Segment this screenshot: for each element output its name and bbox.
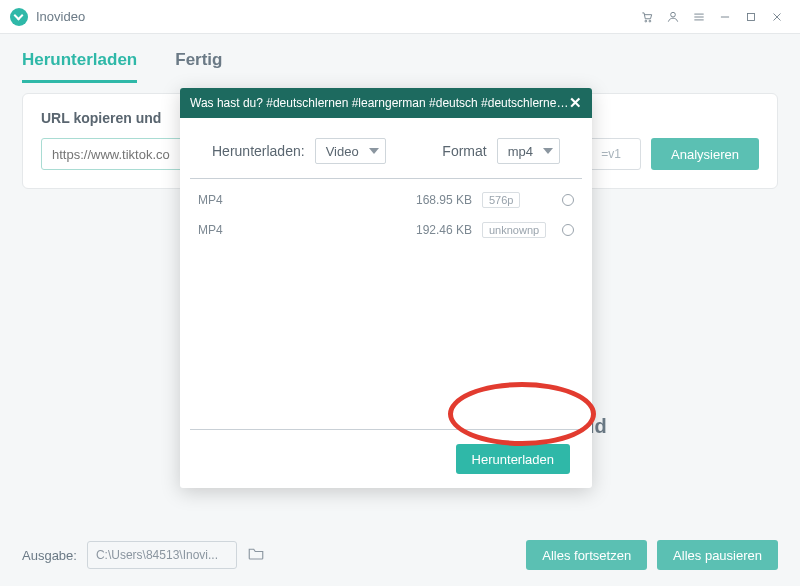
format-select[interactable]: mp4	[497, 138, 560, 164]
modal-close-icon[interactable]: ✕	[569, 94, 582, 112]
download-modal: Was hast du? #deutschlernen #learngerman…	[180, 88, 592, 488]
row-radio[interactable]	[562, 194, 574, 206]
analyze-button[interactable]: Analysieren	[651, 138, 759, 170]
menu-icon[interactable]	[686, 4, 712, 30]
row-format: MP4	[198, 193, 398, 207]
list-item[interactable]: MP4 168.95 KB 576p	[198, 185, 574, 215]
maximize-icon[interactable]	[738, 4, 764, 30]
row-quality-chip: 576p	[482, 192, 520, 208]
row-size: 192.46 KB	[398, 223, 472, 237]
row-quality-chip: unknownp	[482, 222, 546, 238]
output-path[interactable]: C:\Users\84513\Inovi...	[87, 541, 237, 569]
app-logo-icon	[10, 8, 28, 26]
tab-download[interactable]: Herunterladen	[22, 50, 137, 83]
svg-point-0	[645, 20, 647, 22]
resume-all-button[interactable]: Alles fortsetzen	[526, 540, 647, 570]
row-radio[interactable]	[562, 224, 574, 236]
format-value: mp4	[508, 144, 533, 159]
tabs: Herunterladen Fertig	[0, 34, 800, 83]
modal-header: Was hast du? #deutschlernen #learngerman…	[180, 88, 592, 118]
minimize-icon[interactable]	[712, 4, 738, 30]
format-label: Format	[442, 143, 486, 159]
modal-title: Was hast du? #deutschlernen #learngerman…	[190, 96, 569, 110]
close-icon[interactable]	[764, 4, 790, 30]
cart-icon[interactable]	[634, 4, 660, 30]
output-label: Ausgabe:	[22, 548, 77, 563]
modal-footer: Herunterladen	[180, 430, 592, 488]
download-type-value: Video	[326, 144, 359, 159]
chevron-down-icon	[369, 148, 379, 154]
download-type-select[interactable]: Video	[315, 138, 386, 164]
footer: Ausgabe: C:\Users\84513\Inovi... Alles f…	[22, 540, 778, 570]
titlebar: Inovideo	[0, 0, 800, 34]
modal-list: MP4 168.95 KB 576p MP4 192.46 KB unknown…	[180, 179, 592, 429]
svg-point-2	[671, 12, 676, 17]
download-button[interactable]: Herunterladen	[456, 444, 570, 474]
pause-all-button[interactable]: Alles pausieren	[657, 540, 778, 570]
tab-done[interactable]: Fertig	[175, 50, 222, 83]
modal-controls: Herunterladen: Video Format mp4	[190, 118, 582, 179]
download-type-label: Herunterladen:	[212, 143, 305, 159]
app-name: Inovideo	[36, 9, 85, 24]
chevron-down-icon	[543, 148, 553, 154]
list-item[interactable]: MP4 192.46 KB unknownp	[198, 215, 574, 245]
folder-icon[interactable]	[247, 545, 265, 565]
svg-point-1	[649, 20, 651, 22]
user-icon[interactable]	[660, 4, 686, 30]
row-format: MP4	[198, 223, 398, 237]
row-size: 168.95 KB	[398, 193, 472, 207]
svg-rect-7	[748, 13, 755, 20]
